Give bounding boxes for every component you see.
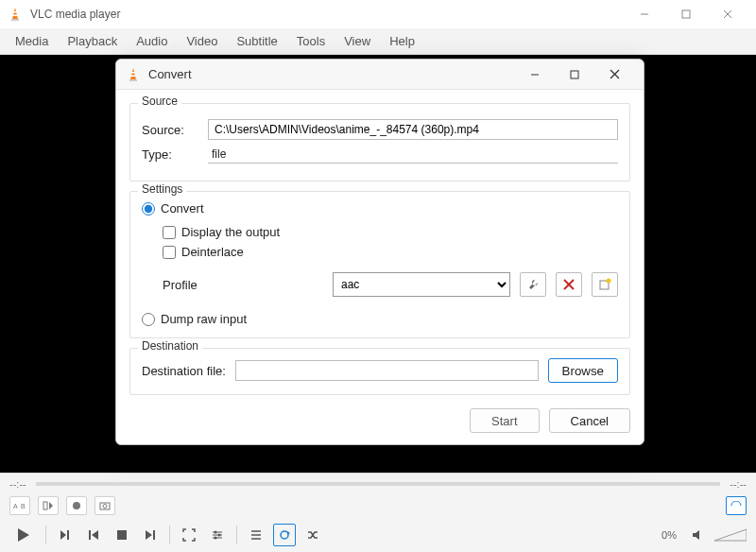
dump-raw-radio[interactable]: Dump raw input bbox=[142, 312, 618, 326]
new-profile-button[interactable] bbox=[592, 272, 618, 297]
svg-rect-38 bbox=[131, 75, 136, 77]
profile-select[interactable]: aac bbox=[333, 272, 510, 297]
svg-marker-35 bbox=[130, 68, 136, 79]
volume-slider[interactable] bbox=[714, 527, 747, 543]
convert-dialog: Convert Source Source: Type: file Settin… bbox=[115, 59, 644, 445]
new-profile-icon bbox=[598, 278, 611, 291]
time-row: --:-- --:-- bbox=[0, 473, 756, 493]
svg-marker-21 bbox=[146, 530, 152, 540]
svg-rect-37 bbox=[131, 72, 135, 74]
svg-rect-22 bbox=[153, 530, 155, 540]
x-icon bbox=[563, 279, 575, 290]
destination-group: Destination Destination file: Browse bbox=[129, 348, 630, 395]
deinterlace-input[interactable] bbox=[163, 246, 176, 259]
main-close-button[interactable] bbox=[707, 0, 748, 28]
main-maximize-button[interactable] bbox=[665, 0, 707, 28]
mute-button[interactable] bbox=[686, 524, 709, 546]
dialog-titlebar: Convert bbox=[116, 60, 644, 90]
svg-rect-1 bbox=[11, 19, 19, 21]
menubar: Media Playback Audio Video Subtitle Tool… bbox=[0, 28, 756, 55]
svg-marker-15 bbox=[18, 528, 29, 542]
svg-rect-10 bbox=[43, 502, 47, 509]
svg-rect-40 bbox=[571, 71, 578, 78]
svg-point-14 bbox=[103, 505, 107, 509]
seek-slider[interactable] bbox=[36, 482, 721, 486]
svg-marker-16 bbox=[60, 530, 66, 540]
wrench-icon bbox=[526, 278, 540, 291]
svg-marker-19 bbox=[92, 530, 98, 540]
svg-rect-36 bbox=[129, 79, 137, 81]
svg-text:B: B bbox=[21, 503, 26, 509]
svg-point-12 bbox=[73, 502, 80, 509]
playback-controls-row: 0% bbox=[0, 518, 756, 552]
vlc-cone-icon bbox=[126, 67, 141, 82]
deinterlace-checkbox[interactable]: Deinterlace bbox=[163, 245, 618, 259]
svg-rect-5 bbox=[682, 10, 690, 18]
type-value: file bbox=[208, 146, 618, 164]
loop-button[interactable] bbox=[273, 524, 296, 546]
record-icon[interactable] bbox=[66, 496, 87, 515]
menu-media[interactable]: Media bbox=[6, 30, 58, 52]
display-output-label: Display the output bbox=[181, 225, 280, 239]
play-button[interactable] bbox=[9, 523, 38, 547]
loop-toggle-icon[interactable] bbox=[726, 496, 747, 515]
destination-group-label: Destination bbox=[138, 339, 202, 353]
volume-percent: 0% bbox=[662, 529, 677, 541]
svg-text:A: A bbox=[13, 503, 18, 509]
browse-button[interactable]: Browse bbox=[548, 358, 618, 383]
menu-video[interactable]: Video bbox=[177, 30, 227, 52]
playlist-button[interactable] bbox=[245, 524, 267, 546]
cancel-button[interactable]: Cancel bbox=[549, 408, 630, 433]
menu-audio[interactable]: Audio bbox=[127, 30, 177, 52]
convert-radio-input[interactable] bbox=[142, 202, 155, 216]
extended-settings-button[interactable] bbox=[206, 524, 229, 546]
shuffle-button[interactable] bbox=[301, 524, 324, 546]
menu-playback[interactable]: Playback bbox=[58, 30, 127, 52]
menu-view[interactable]: View bbox=[335, 30, 380, 52]
main-minimize-button[interactable] bbox=[624, 0, 665, 28]
svg-marker-0 bbox=[12, 8, 18, 19]
svg-rect-18 bbox=[89, 530, 91, 540]
dialog-close-button[interactable] bbox=[594, 60, 634, 90]
ab-loop-icon[interactable]: AB bbox=[9, 496, 30, 515]
menu-subtitle[interactable]: Subtitle bbox=[227, 30, 286, 52]
main-title: VLC media player bbox=[30, 8, 624, 21]
menu-help[interactable]: Help bbox=[380, 30, 424, 52]
source-group: Source Source: Type: file bbox=[129, 103, 630, 181]
step-forward-button[interactable] bbox=[54, 524, 77, 546]
frame-step-icon[interactable] bbox=[38, 496, 59, 515]
previous-button[interactable] bbox=[82, 524, 105, 546]
menu-tools[interactable]: Tools bbox=[287, 30, 335, 52]
convert-radio-label: Convert bbox=[161, 201, 204, 216]
settings-group: Settings Convert Display the output Dein… bbox=[129, 191, 630, 338]
svg-point-26 bbox=[215, 531, 217, 534]
svg-rect-2 bbox=[13, 11, 17, 13]
display-output-checkbox[interactable]: Display the output bbox=[163, 225, 618, 239]
source-field[interactable] bbox=[208, 119, 618, 140]
snapshot-icon[interactable] bbox=[94, 496, 115, 515]
source-label: Source: bbox=[142, 123, 198, 137]
next-button[interactable] bbox=[139, 524, 162, 546]
extra-controls-row: AB bbox=[0, 493, 756, 518]
svg-point-28 bbox=[215, 537, 217, 540]
edit-profile-button[interactable] bbox=[520, 272, 546, 297]
dialog-minimize-button[interactable] bbox=[515, 60, 555, 90]
convert-radio[interactable]: Convert bbox=[142, 201, 618, 216]
svg-marker-11 bbox=[49, 502, 53, 509]
main-titlebar: VLC media player bbox=[0, 0, 756, 28]
start-button[interactable]: Start bbox=[470, 408, 539, 433]
stop-button[interactable] bbox=[111, 524, 133, 546]
dialog-title: Convert bbox=[148, 67, 515, 81]
destination-file-field[interactable] bbox=[235, 360, 539, 381]
fullscreen-button[interactable] bbox=[178, 524, 200, 546]
delete-profile-button[interactable] bbox=[556, 272, 582, 297]
display-output-input[interactable] bbox=[163, 226, 176, 239]
vlc-cone-icon bbox=[8, 7, 23, 22]
dialog-maximize-button[interactable] bbox=[555, 60, 594, 90]
dump-raw-label: Dump raw input bbox=[161, 312, 247, 326]
type-label: Type: bbox=[142, 147, 198, 162]
dialog-footer: Start Cancel bbox=[129, 405, 630, 435]
settings-group-label: Settings bbox=[138, 182, 186, 196]
dump-raw-radio-input[interactable] bbox=[142, 313, 155, 326]
svg-marker-33 bbox=[693, 530, 699, 540]
